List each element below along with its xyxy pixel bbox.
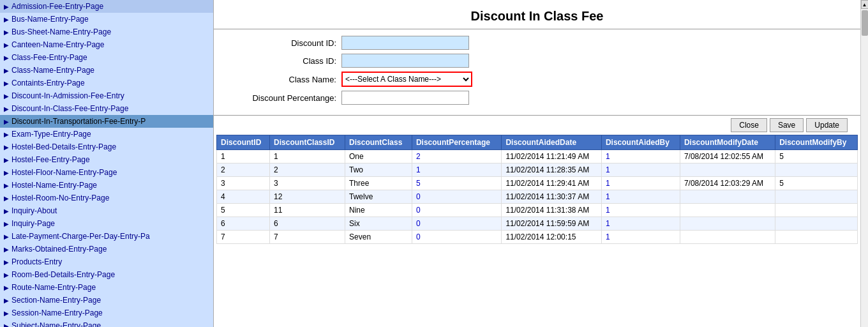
sidebar-item-17[interactable]: ▶Inquiry-Page (0, 217, 213, 230)
sidebar-label-2: Bus-Sheet-Name-Entry-Page (11, 27, 111, 36)
sidebar: ▶Admission-Fee-Entry-Page▶Bus-Name-Entry… (0, 0, 214, 327)
table-row[interactable]: 22Two111/02/2014 11:28:35 AM1 (217, 164, 858, 177)
table-cell-1: 6 (270, 217, 345, 231)
col-header-discountid: DiscountID (217, 135, 270, 150)
table-cell-2: Seven (345, 231, 412, 244)
sidebar-item-24[interactable]: ▶Session-Name-Entry-Page (0, 307, 213, 319)
col-header-discountmodifydate: DiscountModifyDate (680, 135, 775, 150)
sidebar-label-3: Canteen-Name-Entry-Page (11, 40, 104, 49)
sidebar-arrow-0: ▶ (4, 3, 9, 10)
class-name-select[interactable]: <---Select A Class Name--->OneTwoThreeTw… (341, 72, 472, 87)
page-title: Discount In Class Fee (214, 9, 860, 24)
table-header: DiscountIDDiscountClassIDDiscountClassDi… (217, 135, 858, 150)
save-button[interactable]: Save (770, 118, 804, 132)
sidebar-item-9[interactable]: ▶Discount-In-Transportation-Fee-Entry-P (0, 115, 213, 128)
sidebar-item-13[interactable]: ▶Hostel-Floor-Name-Entry-Page (0, 166, 213, 179)
sidebar-label-21: Room-Bed-Details-Entry-Page (11, 270, 115, 279)
table-cell-7 (775, 190, 858, 204)
table-row[interactable]: 77Seven011/02/2014 12:00:151 (217, 231, 858, 244)
sidebar-item-19[interactable]: ▶Marks-Obtained-Entry-Page (0, 243, 213, 255)
table-cell-5: 1 (601, 164, 680, 177)
table-cell-6: 7/08/2014 12:03:29 AM (680, 177, 775, 190)
table-cell-5: 1 (601, 231, 680, 244)
sidebar-arrow-5: ▶ (4, 67, 9, 74)
sidebar-item-4[interactable]: ▶Class-Fee-Entry-Page (0, 51, 213, 64)
sidebar-label-8: Discount-In-Class-Fee-Entry-Page (11, 104, 128, 113)
table-cell-1: 11 (270, 204, 345, 217)
page-title-area: Discount In Class Fee (214, 0, 860, 29)
sidebar-arrow-18: ▶ (4, 233, 9, 240)
sidebar-item-6[interactable]: ▶Containts-Entry-Page (0, 77, 213, 89)
table-cell-7 (775, 164, 858, 177)
sidebar-item-0[interactable]: ▶Admission-Fee-Entry-Page (0, 0, 213, 13)
sidebar-arrow-13: ▶ (4, 169, 9, 176)
sidebar-arrow-12: ▶ (4, 156, 9, 164)
update-button[interactable]: Update (806, 118, 848, 132)
table-cell-7 (775, 217, 858, 231)
sidebar-arrow-14: ▶ (4, 182, 9, 189)
table-cell-2: Three (345, 177, 412, 190)
table-row[interactable]: 11One211/02/2014 11:21:49 AM17/08/2014 1… (217, 150, 858, 164)
col-header-discountmodifyby: DiscountModifyBy (775, 135, 858, 150)
sidebar-item-22[interactable]: ▶Route-Name-Entry-Page (0, 281, 213, 294)
table-area: DiscountIDDiscountClassIDDiscountClassDi… (214, 135, 860, 327)
sidebar-item-23[interactable]: ▶Section-Name-Entry-Page (0, 294, 213, 307)
table-cell-4: 11/02/2014 11:21:49 AM (502, 150, 602, 164)
table-cell-0: 1 (217, 150, 270, 164)
table-cell-3: 5 (412, 177, 501, 190)
table-row[interactable]: 66Six011/02/2014 11:59:59 AM1 (217, 217, 858, 231)
table-cell-4: 11/02/2014 11:28:35 AM (502, 164, 602, 177)
discount-percentage-input[interactable] (341, 91, 469, 105)
table-row[interactable]: 33Three511/02/2014 11:29:41 AM17/08/2014… (217, 177, 858, 190)
sidebar-item-15[interactable]: ▶Hostel-Room-No-Entry-Page (0, 192, 213, 204)
sidebar-item-20[interactable]: ▶Products-Entry (0, 255, 213, 268)
table-cell-7 (775, 231, 858, 244)
discount-id-input[interactable] (341, 36, 469, 50)
scroll-thumb[interactable] (862, 10, 868, 36)
table-cell-2: One (345, 150, 412, 164)
table-cell-4: 11/02/2014 11:29:41 AM (502, 177, 602, 190)
sidebar-item-14[interactable]: ▶Hostel-Name-Entry-Page (0, 179, 213, 192)
sidebar-item-25[interactable]: ▶Subject-Name-Entry-Page (0, 319, 213, 327)
sidebar-item-11[interactable]: ▶Hostel-Bed-Details-Entry-Page (0, 141, 213, 153)
form-area: Discount ID: Class ID: Class Name: <---S… (214, 29, 860, 116)
table-cell-0: 4 (217, 190, 270, 204)
sidebar-item-16[interactable]: ▶Inquiry-About (0, 204, 213, 217)
sidebar-item-7[interactable]: ▶Discount-In-Admission-Fee-Entry (0, 89, 213, 102)
sidebar-label-1: Bus-Name-Entry-Page (11, 15, 89, 24)
discount-id-label: Discount ID: (239, 38, 341, 48)
sidebar-item-8[interactable]: ▶Discount-In-Class-Fee-Entry-Page (0, 102, 213, 115)
sidebar-label-24: Session-Name-Entry-Page (11, 308, 103, 317)
sidebar-label-17: Inquiry-Page (11, 219, 55, 228)
table-row[interactable]: 511Nine011/02/2014 11:31:38 AM1 (217, 204, 858, 217)
class-id-input[interactable] (341, 54, 469, 68)
table-cell-2: Twelve (345, 190, 412, 204)
sidebar-label-7: Discount-In-Admission-Fee-Entry (11, 91, 124, 100)
scroll-up-arrow[interactable]: ▲ (861, 0, 869, 9)
sidebar-item-18[interactable]: ▶Late-Payment-Charge-Per-Day-Entry-Pa (0, 230, 213, 243)
table-row[interactable]: 412Twelve011/02/2014 11:30:37 AM1 (217, 190, 858, 204)
sidebar-item-10[interactable]: ▶Exam-Type-Entry-Page (0, 128, 213, 141)
table-header-row: DiscountIDDiscountClassIDDiscountClassDi… (217, 135, 858, 150)
table-cell-1: 3 (270, 177, 345, 190)
table-cell-0: 3 (217, 177, 270, 190)
table-cell-2: Nine (345, 204, 412, 217)
col-header-discountclassid: DiscountClassID (270, 135, 345, 150)
table-cell-0: 7 (217, 231, 270, 244)
table-cell-3: 0 (412, 190, 501, 204)
table-cell-2: Two (345, 164, 412, 177)
table-cell-1: 2 (270, 164, 345, 177)
close-button[interactable]: Close (731, 118, 767, 132)
table-cell-3: 0 (412, 204, 501, 217)
table-cell-3: 2 (412, 150, 501, 164)
sidebar-item-12[interactable]: ▶Hostel-Fee-Entry-Page (0, 153, 213, 166)
table-cell-0: 5 (217, 204, 270, 217)
sidebar-item-21[interactable]: ▶Room-Bed-Details-Entry-Page (0, 268, 213, 281)
right-scrollbar[interactable]: ▲ (860, 0, 868, 327)
sidebar-item-1[interactable]: ▶Bus-Name-Entry-Page (0, 13, 213, 26)
sidebar-label-22: Route-Name-Entry-Page (11, 283, 96, 292)
sidebar-item-2[interactable]: ▶Bus-Sheet-Name-Entry-Page (0, 26, 213, 38)
table-cell-6 (680, 190, 775, 204)
sidebar-item-5[interactable]: ▶Class-Name-Entry-Page (0, 64, 213, 77)
sidebar-item-3[interactable]: ▶Canteen-Name-Entry-Page (0, 38, 213, 51)
